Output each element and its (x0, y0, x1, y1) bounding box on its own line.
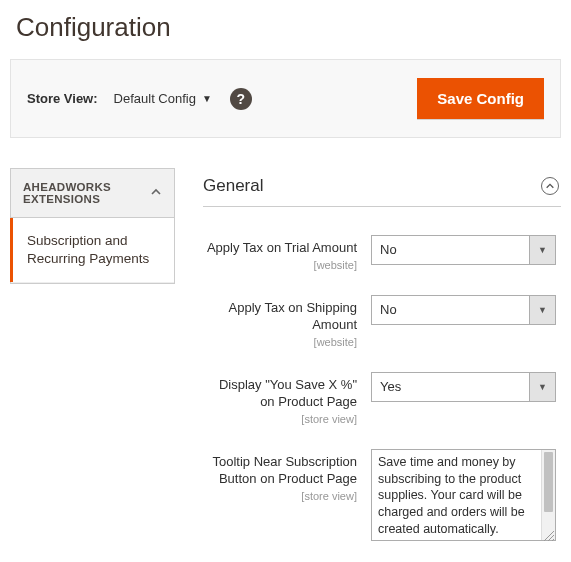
field-apply-tax-trial: Apply Tax on Trial Amount [website] No ▼ (203, 235, 561, 271)
collapse-icon (541, 177, 559, 195)
field-label: Tooltip Near Subscription Button on Prod… (203, 453, 357, 488)
section-header-general[interactable]: General (203, 168, 561, 207)
field-label: Apply Tax on Shipping Amount (203, 299, 357, 334)
toolbar: Store View: Default Config ▼ ? Save Conf… (10, 59, 561, 138)
help-icon[interactable]: ? (230, 88, 252, 110)
select-display-save-percent[interactable]: Yes ▼ (371, 372, 556, 402)
save-config-button[interactable]: Save Config (417, 78, 544, 119)
page-title: Configuration (0, 0, 571, 59)
select-value: No (372, 296, 529, 324)
field-label: Apply Tax on Trial Amount (203, 239, 357, 257)
field-tooltip-subscription: Tooltip Near Subscription Button on Prod… (203, 449, 561, 541)
main-panel: General Apply Tax on Trial Amount [websi… (175, 168, 561, 541)
store-view-value: Default Config (114, 91, 196, 106)
store-view-label: Store View: (27, 91, 98, 106)
sidebar-item-label: Subscription and Recurring Payments (27, 233, 149, 266)
scrollbar-thumb[interactable] (544, 452, 553, 512)
select-apply-tax-shipping[interactable]: No ▼ (371, 295, 556, 325)
caret-down-icon: ▼ (529, 296, 555, 324)
field-display-save-percent: Display "You Save X %" on Product Page [… (203, 372, 561, 425)
field-apply-tax-shipping: Apply Tax on Shipping Amount [website] N… (203, 295, 561, 348)
textarea-value: Save time and money by subscribing to th… (372, 450, 541, 540)
scrollbar[interactable] (541, 450, 555, 540)
field-scope: [store view] (203, 490, 357, 502)
field-scope: [store view] (203, 413, 357, 425)
section-title: General (203, 176, 263, 196)
caret-down-icon: ▼ (529, 373, 555, 401)
sidebar: AHEADWORKS EXTENSIONS Subscription and R… (10, 168, 175, 541)
field-label: Display "You Save X %" on Product Page (203, 376, 357, 411)
textarea-tooltip-subscription[interactable]: Save time and money by subscribing to th… (371, 449, 556, 541)
select-value: No (372, 236, 529, 264)
caret-down-icon: ▼ (202, 93, 212, 104)
select-value: Yes (372, 373, 529, 401)
field-scope: [website] (203, 259, 357, 271)
select-apply-tax-trial[interactable]: No ▼ (371, 235, 556, 265)
sidebar-group-label: AHEADWORKS EXTENSIONS (23, 181, 150, 205)
store-view-select[interactable]: Default Config ▼ (114, 91, 212, 106)
caret-down-icon: ▼ (529, 236, 555, 264)
resize-handle-icon[interactable] (544, 529, 554, 539)
sidebar-group-header[interactable]: AHEADWORKS EXTENSIONS (10, 168, 175, 218)
field-scope: [website] (203, 336, 357, 348)
chevron-up-icon (150, 185, 162, 201)
sidebar-item-subscription-recurring-payments[interactable]: Subscription and Recurring Payments (11, 218, 174, 283)
